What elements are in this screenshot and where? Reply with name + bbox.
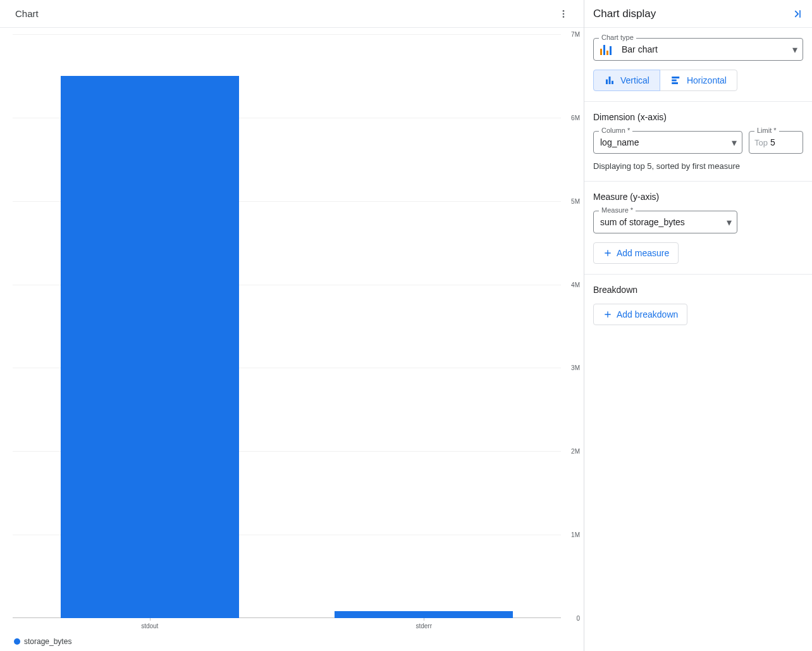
- chart-title: Chart: [15, 8, 39, 19]
- limit-prefix: Top: [754, 138, 768, 147]
- svg-rect-4: [606, 80, 608, 85]
- measure-value: sum of storage_bytes: [600, 217, 727, 227]
- chart-header: Chart: [0, 0, 584, 28]
- add-breakdown-button[interactable]: Add breakdown: [593, 304, 687, 325]
- measure-label: Measure *: [599, 206, 636, 214]
- breakdown-section-title: Breakdown: [593, 285, 803, 295]
- plus-icon: [603, 248, 613, 258]
- limit-label: Limit *: [754, 127, 779, 134]
- chart-legend: storage_bytes: [13, 633, 561, 646]
- y-tick-label: 5M: [571, 197, 580, 204]
- collapse-panel-button[interactable]: [790, 8, 803, 20]
- chart-type-label: Chart type: [599, 34, 636, 41]
- bar[interactable]: [335, 611, 513, 618]
- caret-down-icon: ▾: [792, 44, 797, 56]
- chart-area: 01M2M3M4M5M6M7Mstdoutstderr storage_byte…: [0, 28, 584, 651]
- svg-rect-7: [672, 77, 679, 78]
- dimension-column-label: Column *: [599, 127, 632, 134]
- x-tick-label: stdout: [141, 623, 158, 629]
- svg-point-2: [563, 16, 565, 18]
- horizontal-bars-icon: [670, 75, 682, 86]
- chart-type-select[interactable]: Chart type Bar chart ▾: [593, 38, 803, 61]
- y-tick-label: 2M: [571, 448, 580, 455]
- chart-display-header: Chart display: [584, 0, 812, 28]
- svg-rect-8: [672, 80, 677, 82]
- y-tick-label: 7M: [571, 31, 580, 38]
- caret-down-icon: ▾: [732, 137, 737, 149]
- svg-rect-6: [612, 81, 613, 84]
- horizontal-label: Horizontal: [687, 75, 727, 85]
- x-tick-label: stderr: [415, 623, 432, 629]
- chart-options-menu[interactable]: [553, 4, 574, 24]
- limit-input[interactable]: [770, 137, 797, 147]
- horizontal-toggle[interactable]: Horizontal: [660, 70, 737, 91]
- y-tick-label: 3M: [571, 364, 580, 371]
- bars-container: stdoutstderr: [13, 34, 561, 618]
- svg-rect-9: [672, 82, 678, 84]
- chart-plot[interactable]: 01M2M3M4M5M6M7Mstdoutstderr: [13, 34, 561, 618]
- svg-rect-3: [799, 10, 801, 18]
- kebab-icon: [558, 9, 569, 19]
- chart-display-panel: Chart display Chart type Bar chart ▾ Ver…: [584, 0, 812, 651]
- measure-section-title: Measure (y-axis): [593, 192, 803, 202]
- chart-panel: Chart 01M2M3M4M5M6M7Mstdoutstderr storag…: [0, 0, 584, 651]
- bar-chart-icon: [600, 44, 617, 55]
- add-measure-label: Add measure: [617, 248, 669, 258]
- add-breakdown-label: Add breakdown: [617, 309, 678, 319]
- y-tick-label: 6M: [571, 114, 580, 121]
- add-measure-button[interactable]: Add measure: [593, 242, 679, 264]
- caret-down-icon: ▾: [727, 216, 732, 228]
- legend-swatch-icon: [14, 638, 20, 645]
- divider: [584, 274, 812, 275]
- plus-icon: [603, 309, 613, 319]
- legend-label: storage_bytes: [24, 637, 71, 646]
- limit-field[interactable]: Limit * Top: [749, 131, 803, 154]
- dimension-column-select[interactable]: Column * log_name ▾: [593, 131, 742, 154]
- y-tick-label: 1M: [571, 531, 580, 538]
- divider: [584, 181, 812, 182]
- vertical-bars-icon: [604, 75, 615, 86]
- dimension-hint: Displaying top 5, sorted by first measur…: [593, 161, 803, 171]
- svg-rect-5: [609, 77, 611, 84]
- dimension-column-value: log_name: [600, 137, 732, 147]
- vertical-toggle[interactable]: Vertical: [593, 70, 660, 91]
- svg-point-0: [563, 10, 565, 12]
- y-tick-label: 4M: [571, 281, 580, 288]
- measure-select[interactable]: Measure * sum of storage_bytes ▾: [593, 211, 737, 233]
- y-tick-label: 0: [576, 615, 580, 622]
- dimension-section-title: Dimension (x-axis): [593, 112, 803, 122]
- bar[interactable]: [61, 76, 239, 618]
- chart-type-value: Bar chart: [622, 44, 792, 54]
- svg-point-1: [563, 13, 565, 15]
- vertical-label: Vertical: [620, 75, 649, 85]
- orientation-toggle: Vertical Horizontal: [593, 70, 803, 91]
- bar-column: stderr: [287, 34, 562, 618]
- chart-display-title: Chart display: [593, 8, 656, 20]
- divider: [584, 101, 812, 102]
- bar-column: stdout: [13, 34, 287, 618]
- chart-display-body: Chart type Bar chart ▾ Vertical Horizont…: [584, 28, 812, 335]
- chevron-collapse-icon: [790, 8, 803, 20]
